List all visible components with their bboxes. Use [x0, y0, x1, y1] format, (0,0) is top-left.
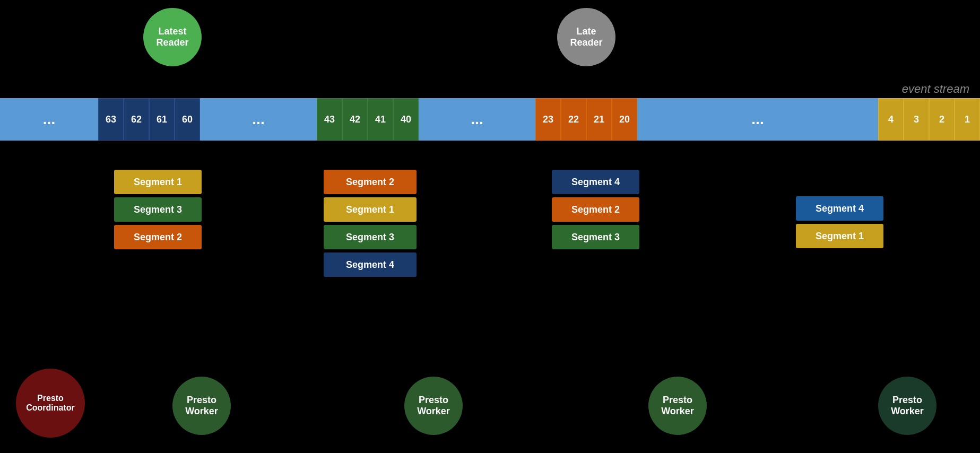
worker2-segment1: Segment 1: [324, 197, 417, 222]
stream-cell-40: 40: [393, 98, 419, 141]
worker2-segment3: Segment 3: [324, 225, 417, 249]
stream-cell-62: 62: [124, 98, 149, 141]
stream-cell-1: 1: [955, 98, 980, 141]
stream-cell-42: 42: [342, 98, 368, 141]
latest-reader-circle: Latest Reader: [143, 8, 202, 66]
presto-worker-1-circle: PrestoWorker: [172, 377, 231, 435]
stream-cell-dots-2: ...: [200, 98, 317, 141]
worker3-segment3: Segment 3: [552, 225, 639, 249]
worker3-segment4: Segment 4: [552, 170, 639, 194]
stream-cell-dots-1: ...: [0, 98, 98, 141]
presto-worker-3-circle: PrestoWorker: [648, 377, 707, 435]
stream-cell-41: 41: [368, 98, 393, 141]
worker1-segment2: Segment 2: [114, 225, 202, 249]
stream-cell-3: 3: [904, 98, 929, 141]
presto-coordinator-circle: PrestoCoordinator: [16, 369, 85, 438]
event-stream-label: event stream: [902, 82, 969, 96]
stream-bar: ... 63 62 61 60 ... 43 42 41 40 ... 23 2…: [0, 98, 980, 141]
stream-cell-4: 4: [878, 98, 904, 141]
stream-cell-2: 2: [929, 98, 955, 141]
worker3-segment2: Segment 2: [552, 197, 639, 222]
worker2-segment4: Segment 4: [324, 252, 417, 277]
presto-worker-3-label: PrestoWorker: [661, 395, 694, 417]
presto-worker-1-label: PrestoWorker: [185, 395, 218, 417]
latest-reader-label: Latest Reader: [143, 26, 202, 48]
stream-cell-22: 22: [561, 98, 586, 141]
presto-worker-2-circle: PrestoWorker: [404, 377, 463, 435]
stream-cell-63: 63: [98, 98, 124, 141]
stream-cell-21: 21: [586, 98, 612, 141]
stream-cell-dots-4: ...: [637, 98, 878, 141]
late-reader-label: LateReader: [570, 26, 602, 48]
diagram: Latest Reader LateReader event stream ..…: [0, 0, 980, 453]
late-reader-circle: LateReader: [557, 8, 615, 66]
stream-cell-dots-3: ...: [419, 98, 535, 141]
stream-cell-43: 43: [317, 98, 342, 141]
presto-worker-4-label: PrestoWorker: [891, 395, 924, 417]
worker4-segment4: Segment 4: [796, 196, 883, 221]
worker4-segment1: Segment 1: [796, 224, 883, 248]
presto-worker-2-label: PrestoWorker: [417, 395, 450, 417]
stream-cell-23: 23: [535, 98, 561, 141]
stream-cell-20: 20: [612, 98, 637, 141]
worker2-segment2: Segment 2: [324, 170, 417, 194]
stream-cell-60: 60: [175, 98, 200, 141]
worker1-segment3: Segment 3: [114, 197, 202, 222]
stream-cell-61: 61: [149, 98, 175, 141]
presto-worker-4-circle: PrestoWorker: [878, 377, 936, 435]
worker1-segment1: Segment 1: [114, 170, 202, 194]
presto-coordinator-label: PrestoCoordinator: [26, 394, 75, 413]
